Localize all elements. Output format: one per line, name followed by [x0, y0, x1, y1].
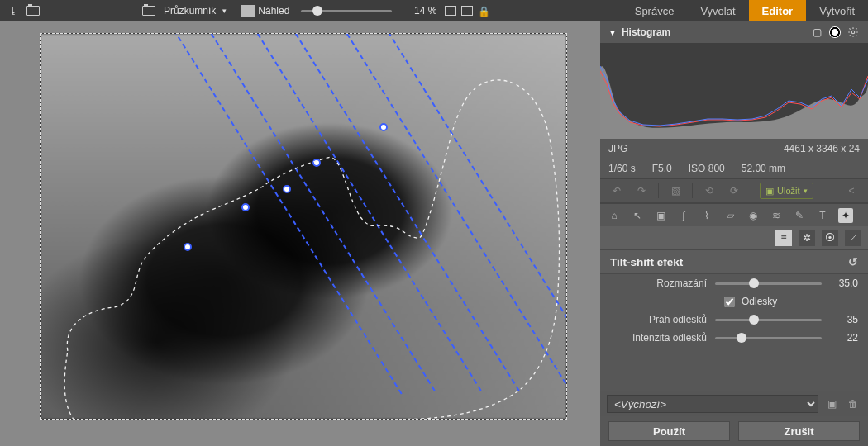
undo-icon[interactable]: ↶: [608, 183, 625, 198]
right-panel: ▼ Histogram ▢ JPG 4461 x 3346 x 24 1/60 …: [600, 21, 868, 446]
chevron-down-icon: ▾: [222, 7, 227, 15]
sub-settings-icon[interactable]: ✲: [799, 230, 815, 246]
tab-spravce[interactable]: Správce: [622, 0, 688, 21]
download-icon[interactable]: ⭳: [5, 2, 21, 19]
meta-dimensions: 4461 x 3346 x 24: [784, 143, 860, 154]
image-canvas[interactable]: [40, 33, 567, 420]
zoom-slider[interactable]: [301, 10, 392, 12]
reset-icon[interactable]: ↺: [848, 255, 858, 268]
meta-format: JPG: [608, 143, 767, 154]
pointer-icon[interactable]: ↖: [630, 208, 645, 223]
crop-icon[interactable]: ▣: [653, 208, 668, 223]
eye-icon[interactable]: ◉: [746, 208, 761, 223]
liquify-icon[interactable]: ⌇: [699, 208, 714, 223]
blur-slider[interactable]: [715, 282, 822, 285]
redo-icon[interactable]: ↷: [633, 183, 650, 198]
chevron-down-icon[interactable]: ▼: [608, 28, 617, 37]
meta-shutter: 1/60 s: [608, 163, 636, 174]
gradient-icon[interactable]: ≋: [769, 208, 784, 223]
shadow-clip-icon[interactable]: [828, 26, 842, 38]
delete-preset-icon[interactable]: 🗑: [845, 396, 861, 412]
save-label: Uložit: [777, 186, 800, 196]
cancel-label: Zrušit: [784, 425, 813, 438]
share-icon[interactable]: <: [843, 183, 860, 198]
brush-icon[interactable]: ✎: [792, 208, 807, 223]
meta-iso: ISO 800: [689, 163, 725, 174]
floppy-icon: ▣: [765, 186, 774, 197]
threshold-value: 35: [830, 314, 858, 325]
new-folder-icon[interactable]: [25, 2, 41, 19]
curve-icon[interactable]: ∫: [676, 208, 691, 223]
sub-radial-icon[interactable]: ⦿: [822, 230, 838, 246]
blur-label: Rozmazání: [600, 278, 707, 289]
explorer-label: Průzkumník: [164, 5, 216, 17]
save-button[interactable]: ▣ Uložit ▾: [760, 183, 813, 199]
subject-selection: [41, 34, 566, 420]
tab-vytvorit[interactable]: Vytvořit: [806, 0, 868, 21]
tab-label: Editor: [762, 5, 794, 17]
settings-gear-icon[interactable]: [847, 26, 860, 38]
workspace: [0, 21, 600, 446]
specular-label: Odlesky: [742, 296, 777, 307]
specular-checkbox[interactable]: [724, 297, 735, 307]
cancel-button[interactable]: Zrušit: [738, 421, 860, 441]
perspective-icon[interactable]: ▱: [723, 208, 737, 223]
chevron-down-icon: ▾: [804, 187, 808, 195]
meta-aperture: F5.0: [652, 163, 672, 174]
threshold-slider[interactable]: [715, 319, 822, 321]
preview-label: Náhled: [258, 5, 289, 17]
separator: [658, 183, 659, 198]
tab-label: Vytvořit: [819, 5, 855, 17]
folder-open-icon: [141, 2, 157, 19]
separator: [751, 183, 751, 198]
sub-linear-icon[interactable]: ≡: [775, 230, 792, 246]
save-preset-icon[interactable]: ▣: [823, 396, 840, 412]
tab-vyvolat[interactable]: Vyvolat: [687, 0, 748, 21]
zoom-percent: 14 %: [398, 5, 436, 17]
lock-icon[interactable]: 🔒: [478, 6, 489, 16]
explorer-button[interactable]: Průzkumník ▾: [136, 0, 231, 21]
fit-screen-icon[interactable]: [461, 6, 473, 16]
text-icon[interactable]: T: [815, 208, 830, 223]
tab-editor[interactable]: Editor: [749, 0, 807, 21]
zoom-1to1-icon[interactable]: [445, 6, 456, 16]
preset-select[interactable]: <Výchozí>: [607, 395, 818, 413]
rotate-left-icon[interactable]: ⟲: [701, 183, 718, 198]
tab-label: Správce: [635, 5, 675, 17]
compare-icon[interactable]: ▧: [667, 183, 684, 198]
home-icon[interactable]: ⌂: [607, 208, 622, 223]
separator: [692, 183, 693, 198]
effects-icon[interactable]: ✦: [838, 208, 853, 223]
histogram-title: Histogram: [622, 26, 805, 38]
blur-value: 35.0: [830, 278, 858, 289]
intensity-value: 22: [830, 332, 858, 344]
meta-focal: 52.00 mm: [742, 163, 785, 174]
rotate-right-icon[interactable]: ⟳: [726, 183, 742, 198]
threshold-label: Práh odlesků: [600, 314, 707, 325]
sub-brush-icon[interactable]: ⟋: [845, 230, 861, 246]
intensity-slider[interactable]: [715, 337, 822, 339]
section-title: Tilt-shift efekt: [610, 256, 683, 268]
highlight-clip-icon[interactable]: ▢: [810, 26, 823, 38]
tab-label: Vyvolat: [700, 5, 735, 17]
svg-point-0: [851, 31, 855, 34]
intensity-label: Intenzita odlesků: [600, 332, 707, 344]
preview-button[interactable]: Náhled: [236, 0, 294, 21]
apply-label: Použít: [653, 425, 685, 438]
apply-button[interactable]: Použít: [608, 421, 730, 441]
histogram-display: [600, 43, 868, 139]
image-icon: [241, 5, 255, 17]
